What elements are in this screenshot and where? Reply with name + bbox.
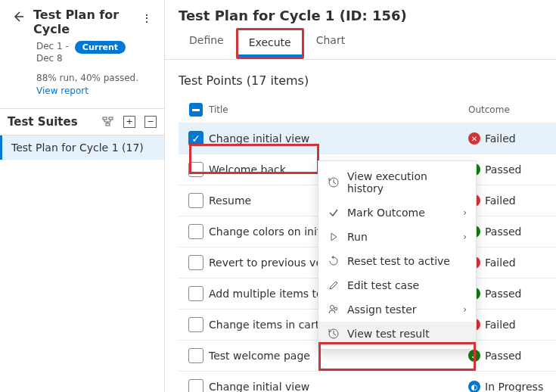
passed-icon: ✓ xyxy=(468,350,480,362)
date-range: Dec 1 - Dec 8 xyxy=(36,41,69,64)
svg-rect-2 xyxy=(106,123,110,126)
back-button[interactable] xyxy=(9,8,27,26)
progress-icon: ◐ xyxy=(468,381,480,392)
context-menu: View execution history Mark Outcome › Ru… xyxy=(318,160,477,350)
assign-icon xyxy=(328,303,340,316)
row-title: Change initial view xyxy=(209,381,468,392)
row-checkbox[interactable]: ✓ xyxy=(188,131,203,146)
menu-assign[interactable]: Assign tester › xyxy=(318,297,476,322)
chevron-right-icon: › xyxy=(463,232,467,242)
row-title: Change initial view xyxy=(209,132,468,145)
svg-point-5 xyxy=(331,306,334,310)
view-report-link[interactable]: View report xyxy=(36,86,89,96)
collapse-suite-button[interactable]: − xyxy=(144,116,157,128)
play-icon xyxy=(328,231,340,243)
menu-view-result[interactable]: View test result xyxy=(318,322,476,346)
sidebar-title: Test Plan for Cycle xyxy=(33,8,132,36)
chevron-right-icon: › xyxy=(463,207,467,218)
edit-icon xyxy=(328,279,340,291)
row-checkbox[interactable] xyxy=(188,255,203,270)
row-checkbox[interactable] xyxy=(188,317,203,332)
suites-heading: Test Suites xyxy=(8,115,98,129)
row-checkbox[interactable] xyxy=(188,379,203,392)
more-vertical-icon: ⋮ xyxy=(141,12,152,24)
column-header-outcome[interactable]: Outcome xyxy=(468,104,551,115)
suite-item[interactable]: Test Plan for Cycle 1 (17) xyxy=(0,135,164,160)
check-icon xyxy=(328,207,340,219)
current-badge: Current xyxy=(75,41,126,54)
svg-rect-3 xyxy=(192,109,200,111)
svg-point-6 xyxy=(334,307,337,310)
menu-run[interactable]: Run › xyxy=(318,225,476,249)
reset-icon xyxy=(328,255,340,267)
add-suite-button[interactable]: + xyxy=(123,116,135,128)
history-icon xyxy=(328,328,340,340)
run-stats: 88% run, 40% passed. View report xyxy=(9,72,155,98)
row-checkbox[interactable] xyxy=(188,162,203,177)
svg-rect-1 xyxy=(109,117,113,120)
arrow-left-icon xyxy=(12,11,24,23)
page-title: Test Plan for Cycle 1 (ID: 156) xyxy=(165,0,556,28)
table-row[interactable]: Change initial view ◐In Progress xyxy=(179,371,556,392)
more-button[interactable]: ⋮ xyxy=(138,9,155,27)
select-all-checkbox[interactable] xyxy=(189,103,203,117)
section-title: Test Points (17 items) xyxy=(179,69,556,97)
column-header-title[interactable]: Title xyxy=(209,104,468,115)
row-checkbox[interactable] xyxy=(188,286,203,301)
failed-icon: ✕ xyxy=(468,132,480,145)
suite-item-label: Test Plan for Cycle 1 (17) xyxy=(11,142,144,154)
row-checkbox[interactable] xyxy=(188,224,203,239)
menu-view-history[interactable]: View execution history xyxy=(318,164,476,201)
history-icon xyxy=(328,176,340,188)
menu-mark-outcome[interactable]: Mark Outcome › xyxy=(318,201,476,225)
table-row[interactable]: ✓ Change initial view ✕Failed xyxy=(179,123,556,154)
menu-edit[interactable]: Edit test case xyxy=(318,273,476,297)
suites-tree-icon[interactable] xyxy=(102,116,114,128)
suites-header: Test Suites + − xyxy=(0,108,164,135)
row-title: Test welcome page xyxy=(209,350,468,362)
tab-chart[interactable]: Chart xyxy=(306,28,356,59)
sidebar: Test Plan for Cycle ⋮ Dec 1 - Dec 8 Curr… xyxy=(0,0,165,392)
tab-execute[interactable]: Execute xyxy=(238,30,302,57)
tab-define[interactable]: Define xyxy=(179,28,235,59)
row-checkbox[interactable] xyxy=(188,348,203,363)
chevron-right-icon: › xyxy=(463,304,467,315)
grid-header: Title Outcome xyxy=(179,97,556,123)
menu-reset[interactable]: Reset test to active xyxy=(318,249,476,273)
svg-rect-0 xyxy=(103,117,107,120)
row-checkbox[interactable] xyxy=(188,193,203,208)
tabs: Define Execute Chart xyxy=(165,28,556,60)
